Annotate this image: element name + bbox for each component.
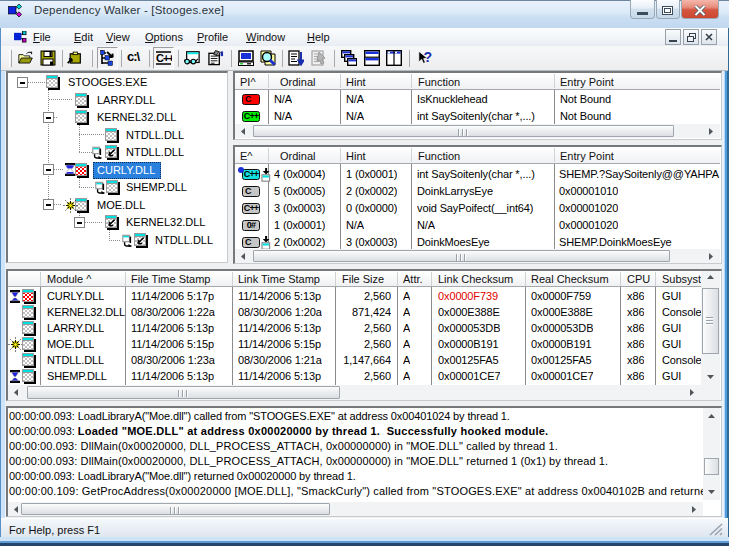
svg-text:?: ? <box>424 50 433 65</box>
svg-text:C++: C++ <box>156 52 172 64</box>
